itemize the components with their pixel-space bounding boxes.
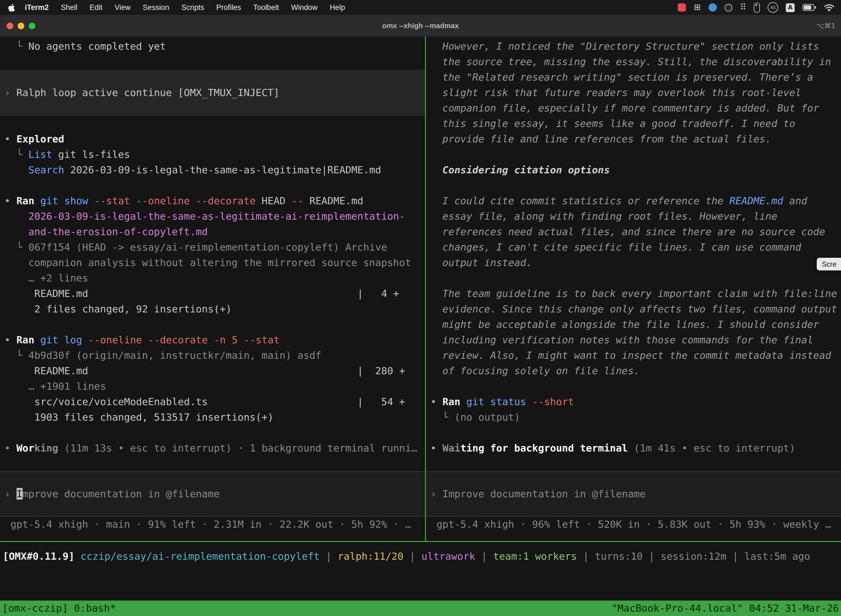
text-segment [34, 334, 40, 346]
menu-item-profiles[interactable]: Profiles [210, 3, 247, 12]
gauge-icon[interactable]: .61 [768, 2, 778, 13]
menu-item-iterm2[interactable]: iTerm2 [19, 3, 55, 12]
terminal-line [0, 116, 425, 131]
text-segment: • [4, 133, 16, 145]
menu-item-scripts[interactable]: Scripts [175, 3, 210, 12]
terminal-line: references need actual files, and since … [426, 224, 841, 239]
text-segment: … +1901 lines [4, 380, 106, 392]
text-segment: might be acceptable alongside the file l… [431, 318, 819, 330]
text-segment: Improve documentation in @filename [442, 488, 646, 500]
terminal-line: essay file, along with finding root file… [426, 209, 841, 224]
viewport: iTerm2ShellEditViewSessionScriptsProfile… [0, 0, 841, 616]
text-segment: | [403, 550, 421, 562]
terminal-line: evidence. Since this change only affects… [426, 301, 841, 317]
prompt-line: › Improve documentation in @filename [0, 486, 425, 502]
prompt-input-left[interactable]: › Improve documentation in @filename [0, 471, 425, 517]
text-segment: README.md | 280 + [4, 365, 405, 377]
window-title-bar[interactable]: omx --xhigh --madmax ⌥⌘1 [0, 15, 841, 37]
window-grid-icon[interactable]: ⊞ [694, 3, 701, 12]
menu-item-edit[interactable]: Edit [84, 3, 109, 12]
text-segment: evidence. Since this change only affects… [431, 303, 837, 315]
screen-recording-indicator-icon[interactable] [678, 3, 686, 12]
text-segment: companion analysis without altering the … [4, 257, 411, 268]
tmux-session-window[interactable]: [omx-cczip] 0:bash* [2, 601, 116, 616]
text-segment: Ralph loop active continue [OMX_TMUX_INJ… [16, 87, 280, 98]
text-segment: review. Also, I might want to inspect th… [431, 349, 831, 361]
text-segment [58, 442, 64, 454]
text-segment: -- [292, 195, 303, 207]
text-segment: Ran [442, 396, 460, 407]
terminal-line: • Waiting for background terminal (1m 41… [426, 440, 841, 456]
battery-icon[interactable] [802, 4, 816, 11]
text-segment: ultrawork [421, 550, 475, 562]
text-segment: the source tree, missing the essay. Stil… [431, 56, 831, 67]
text-segment: provide file and line references from th… [431, 133, 771, 145]
apple-menu-icon[interactable] [8, 3, 15, 12]
dark-app-icon[interactable] [725, 4, 732, 11]
text-segment: Ran [16, 195, 34, 207]
terminal-line [0, 70, 425, 85]
menu-item-shell[interactable]: Shell [55, 3, 84, 12]
text-segment: and [783, 195, 807, 207]
text-segment: List [28, 148, 53, 160]
text-segment: • [431, 396, 442, 407]
text-segment: › [431, 488, 442, 500]
terminal-line [426, 270, 841, 286]
menu-bar-status-icons: ⊞⠿.61A [678, 2, 841, 13]
model-status-right: gpt-5.4 xhigh · 96% left · 520K in · 5.8… [426, 517, 841, 532]
terminal-line: … +2 lines [0, 270, 425, 286]
text-segment [4, 164, 28, 176]
terminal-line [0, 178, 425, 193]
text-segment: No agents completed yet [28, 40, 166, 52]
text-segment: this single essay, it seems like a good … [431, 117, 795, 129]
text-segment: • [4, 442, 16, 454]
terminal-line: • Working (11m 13s • esc to interrupt) ·… [0, 440, 425, 456]
terminal-line: Search 2026-03-09-is-legal-the-same-as-l… [0, 162, 425, 178]
key-icon[interactable] [754, 3, 760, 12]
terminal-line [0, 100, 425, 116]
prompt-line: › Improve documentation in @filename [426, 486, 841, 502]
text-segment [88, 195, 94, 207]
menu-item-view[interactable]: View [108, 3, 136, 12]
text-segment: | [320, 550, 338, 562]
terminal-line: companion file, especially if more comme… [426, 100, 841, 116]
menu-item-toolbelt[interactable]: Toolbelt [247, 3, 285, 12]
wifi-icon[interactable] [824, 4, 834, 11]
text-segment: git show [40, 195, 88, 207]
tmux-pane-left[interactable]: └ No agents completed yet› Ralph loop ac… [0, 37, 425, 541]
text-segment: | [727, 550, 744, 562]
menu-item-help[interactable]: Help [324, 3, 351, 12]
prompt-input-right[interactable]: › Improve documentation in @filename [426, 471, 841, 517]
dots-grid-icon[interactable]: ⠿ [740, 3, 746, 12]
terminal-line: companion analysis without altering the … [0, 255, 425, 270]
text-segment: 2 files changed, 92 insertions(+) [4, 303, 232, 315]
input-source-icon[interactable]: A [786, 3, 795, 12]
menu-item-session[interactable]: Session [136, 3, 175, 12]
text-segment: └ [4, 241, 28, 253]
text-segment: team:1 workers [493, 550, 577, 562]
terminal-line: README.md | 280 + [0, 363, 425, 378]
text-segment: [OMX#0.11.9] [3, 550, 81, 562]
terminal-line [426, 378, 841, 394]
terminal-line: and-the-erosion-of-copyleft.md [0, 224, 425, 239]
terminal-line: src/voice/voiceModeEnabled.ts | 54 + [0, 394, 425, 409]
text-segment: └ [4, 349, 28, 361]
text-segment: turns:10 [595, 550, 643, 562]
text-segment: Search [28, 164, 64, 176]
terminal-line: changes, I can't cite specific file line… [426, 239, 841, 255]
text-segment: I [16, 488, 22, 500]
terminal-line: 1903 files changed, 513517 insertions(+) [0, 409, 425, 425]
text-segment: ralph:11/20 [338, 550, 403, 562]
terminal-line [0, 317, 425, 332]
text-segment: gpt-5.4 xhigh · main · 91% left · 2.31M … [4, 518, 411, 530]
terminal-line: provide file and line references from th… [426, 131, 841, 147]
text-segment: git status [466, 396, 526, 407]
menu-item-window[interactable]: Window [285, 3, 324, 12]
text-segment: • [4, 334, 16, 346]
text-segment: (11m 13s • esc to interrupt) [64, 442, 232, 454]
text-segment: slight risk that future readers may over… [431, 87, 801, 98]
tmux-pane-right[interactable]: However, I noticed the "Directory Struct… [426, 37, 841, 541]
menu-bar-left: iTerm2ShellEditViewSessionScriptsProfile… [0, 3, 351, 12]
blue-app-icon[interactable] [709, 3, 717, 12]
text-segment: references need actual files, and since … [431, 226, 825, 238]
